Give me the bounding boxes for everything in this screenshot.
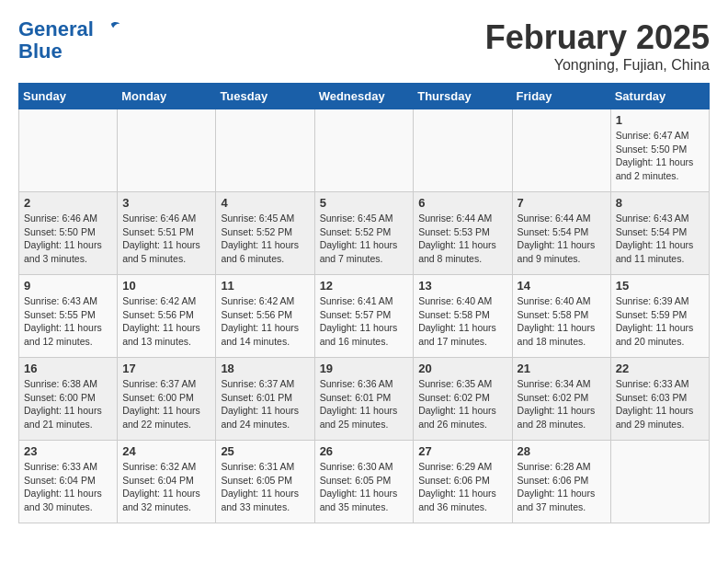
calendar-cell: 15Sunrise: 6:39 AM Sunset: 5:59 PM Dayli… [610, 275, 709, 358]
calendar-cell [118, 109, 216, 192]
day-info: Sunrise: 6:37 AM Sunset: 6:01 PM Dayligh… [221, 377, 309, 431]
calendar-cell: 5Sunrise: 6:45 AM Sunset: 5:52 PM Daylig… [314, 192, 414, 275]
day-number: 27 [418, 444, 506, 458]
day-number: 22 [616, 362, 704, 375]
day-info: Sunrise: 6:47 AM Sunset: 5:50 PM Dayligh… [616, 129, 704, 183]
day-number: 10 [122, 279, 210, 293]
day-number: 28 [518, 444, 606, 458]
calendar-cell: 13Sunrise: 6:40 AM Sunset: 5:58 PM Dayli… [414, 275, 512, 358]
logo-bird-icon [101, 18, 121, 39]
calendar-cell: 25Sunrise: 6:31 AM Sunset: 6:05 PM Dayli… [216, 441, 314, 523]
day-info: Sunrise: 6:38 AM Sunset: 6:00 PM Dayligh… [24, 377, 112, 431]
calendar-cell [19, 109, 118, 192]
day-info: Sunrise: 6:29 AM Sunset: 6:06 PM Dayligh… [418, 460, 506, 514]
day-number: 2 [24, 196, 112, 210]
day-number: 14 [518, 279, 606, 293]
day-info: Sunrise: 6:28 AM Sunset: 6:06 PM Dayligh… [518, 460, 606, 514]
calendar-cell [216, 109, 314, 192]
calendar-cell [610, 441, 709, 523]
day-number: 26 [320, 444, 409, 458]
day-info: Sunrise: 6:30 AM Sunset: 6:05 PM Dayligh… [320, 460, 409, 514]
day-number: 25 [221, 444, 309, 458]
day-of-week-header: Wednesday [314, 84, 414, 109]
day-number: 11 [221, 279, 309, 293]
day-info: Sunrise: 6:43 AM Sunset: 5:54 PM Dayligh… [616, 212, 704, 266]
calendar-cell: 27Sunrise: 6:29 AM Sunset: 6:06 PM Dayli… [414, 441, 512, 523]
calendar-week-row: 9Sunrise: 6:43 AM Sunset: 5:55 PM Daylig… [19, 275, 710, 358]
day-number: 9 [24, 279, 112, 293]
day-of-week-header: Saturday [610, 84, 709, 109]
calendar-week-row: 1Sunrise: 6:47 AM Sunset: 5:50 PM Daylig… [19, 109, 710, 192]
logo-text-general: General [18, 17, 94, 40]
calendar-cell: 9Sunrise: 6:43 AM Sunset: 5:55 PM Daylig… [19, 275, 118, 358]
day-number: 1 [616, 113, 704, 127]
day-number: 8 [616, 196, 704, 210]
calendar-header-row: SundayMondayTuesdayWednesdayThursdayFrid… [19, 84, 710, 109]
location-title: Yongning, Fujian, China [485, 57, 710, 74]
calendar-cell: 2Sunrise: 6:46 AM Sunset: 5:50 PM Daylig… [19, 192, 118, 275]
day-info: Sunrise: 6:43 AM Sunset: 5:55 PM Dayligh… [24, 294, 112, 349]
calendar-cell: 24Sunrise: 6:32 AM Sunset: 6:04 PM Dayli… [118, 441, 216, 523]
calendar-cell [414, 109, 512, 192]
calendar-cell: 20Sunrise: 6:35 AM Sunset: 6:02 PM Dayli… [414, 358, 512, 441]
day-info: Sunrise: 6:36 AM Sunset: 6:01 PM Dayligh… [320, 377, 409, 431]
calendar-cell: 7Sunrise: 6:44 AM Sunset: 5:54 PM Daylig… [512, 192, 610, 275]
calendar-week-row: 16Sunrise: 6:38 AM Sunset: 6:00 PM Dayli… [19, 358, 710, 441]
day-number: 7 [518, 196, 606, 210]
calendar-week-row: 23Sunrise: 6:33 AM Sunset: 6:04 PM Dayli… [19, 441, 710, 523]
day-of-week-header: Thursday [414, 84, 512, 109]
calendar-cell: 16Sunrise: 6:38 AM Sunset: 6:00 PM Dayli… [19, 358, 118, 441]
day-number: 5 [320, 196, 409, 210]
calendar-cell: 3Sunrise: 6:46 AM Sunset: 5:51 PM Daylig… [118, 192, 216, 275]
calendar-cell: 11Sunrise: 6:42 AM Sunset: 5:56 PM Dayli… [216, 275, 314, 358]
day-info: Sunrise: 6:44 AM Sunset: 5:54 PM Dayligh… [518, 212, 606, 266]
day-info: Sunrise: 6:40 AM Sunset: 5:58 PM Dayligh… [518, 294, 606, 349]
day-number: 19 [320, 362, 409, 375]
day-info: Sunrise: 6:33 AM Sunset: 6:04 PM Dayligh… [24, 460, 112, 514]
day-number: 4 [221, 196, 309, 210]
calendar-cell: 23Sunrise: 6:33 AM Sunset: 6:04 PM Dayli… [19, 441, 118, 523]
day-info: Sunrise: 6:41 AM Sunset: 5:57 PM Dayligh… [320, 294, 409, 349]
calendar-body: 1Sunrise: 6:47 AM Sunset: 5:50 PM Daylig… [19, 109, 710, 523]
day-number: 20 [418, 362, 506, 375]
calendar-table: SundayMondayTuesdayWednesdayThursdayFrid… [18, 83, 710, 523]
calendar-week-row: 2Sunrise: 6:46 AM Sunset: 5:50 PM Daylig… [19, 192, 710, 275]
calendar-cell: 28Sunrise: 6:28 AM Sunset: 6:06 PM Dayli… [512, 441, 610, 523]
day-info: Sunrise: 6:33 AM Sunset: 6:03 PM Dayligh… [616, 377, 704, 431]
calendar-cell [314, 109, 414, 192]
day-number: 16 [24, 362, 112, 375]
day-info: Sunrise: 6:31 AM Sunset: 6:05 PM Dayligh… [221, 460, 309, 514]
calendar-cell: 12Sunrise: 6:41 AM Sunset: 5:57 PM Dayli… [314, 275, 414, 358]
day-info: Sunrise: 6:35 AM Sunset: 6:02 PM Dayligh… [418, 377, 506, 431]
day-info: Sunrise: 6:46 AM Sunset: 5:50 PM Dayligh… [24, 212, 112, 266]
day-info: Sunrise: 6:39 AM Sunset: 5:59 PM Dayligh… [616, 294, 704, 349]
day-info: Sunrise: 6:44 AM Sunset: 5:53 PM Dayligh… [418, 212, 506, 266]
calendar-cell: 21Sunrise: 6:34 AM Sunset: 6:02 PM Dayli… [512, 358, 610, 441]
day-number: 21 [518, 362, 606, 375]
day-number: 17 [122, 362, 210, 375]
day-number: 3 [122, 196, 210, 210]
page-header: General Blue February 2025 Yongning, Fuj… [18, 18, 710, 74]
calendar-cell: 22Sunrise: 6:33 AM Sunset: 6:03 PM Dayli… [610, 358, 709, 441]
calendar-cell: 19Sunrise: 6:36 AM Sunset: 6:01 PM Dayli… [314, 358, 414, 441]
calendar-cell: 10Sunrise: 6:42 AM Sunset: 5:56 PM Dayli… [118, 275, 216, 358]
day-number: 15 [616, 279, 704, 293]
day-info: Sunrise: 6:34 AM Sunset: 6:02 PM Dayligh… [518, 377, 606, 431]
day-number: 24 [122, 444, 210, 458]
day-info: Sunrise: 6:42 AM Sunset: 5:56 PM Dayligh… [122, 294, 210, 349]
day-info: Sunrise: 6:40 AM Sunset: 5:58 PM Dayligh… [418, 294, 506, 349]
day-info: Sunrise: 6:46 AM Sunset: 5:51 PM Dayligh… [122, 212, 210, 266]
logo-text-blue: Blue [18, 40, 121, 63]
calendar-cell: 4Sunrise: 6:45 AM Sunset: 5:52 PM Daylig… [216, 192, 314, 275]
calendar-cell: 18Sunrise: 6:37 AM Sunset: 6:01 PM Dayli… [216, 358, 314, 441]
day-info: Sunrise: 6:32 AM Sunset: 6:04 PM Dayligh… [122, 460, 210, 514]
day-number: 12 [320, 279, 409, 293]
logo: General Blue [18, 18, 121, 63]
day-of-week-header: Monday [118, 84, 216, 109]
day-number: 13 [418, 279, 506, 293]
calendar-cell: 6Sunrise: 6:44 AM Sunset: 5:53 PM Daylig… [414, 192, 512, 275]
day-of-week-header: Sunday [19, 84, 118, 109]
day-of-week-header: Tuesday [216, 84, 314, 109]
day-number: 18 [221, 362, 309, 375]
day-info: Sunrise: 6:45 AM Sunset: 5:52 PM Dayligh… [320, 212, 409, 266]
